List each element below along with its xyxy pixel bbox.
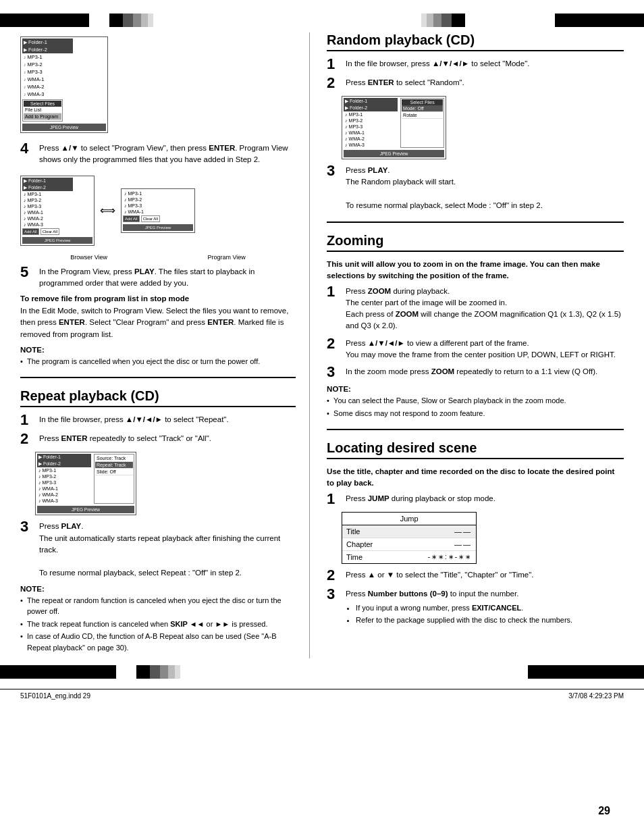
browser-view-label: Browser View — [70, 254, 107, 261]
footer-left: 51F0101A_eng.indd 29 — [20, 692, 90, 700]
view-arrow: ⟺ — [100, 204, 115, 217]
random-step-1: 1 In the file browser, press ▲/▼/◄/► to … — [327, 58, 624, 72]
select-files-label: Select Files — [24, 101, 61, 107]
random-screen: ▶ Folder-1 ▶ Folder-2 ♪ MP3-1 ♪ MP3-2 ♪ … — [342, 96, 446, 159]
note-1: NOTE: The program is cancelled when you … — [20, 346, 296, 367]
page-number: 29 — [598, 805, 610, 817]
step-4: 4 Press ▲/▼ to select "Program View", th… — [20, 142, 296, 166]
program-screen-top: ▶ Folder-1 ▶ Folder-2 ♪ MP3-1 ♪ MP3-2 ♪ … — [20, 36, 108, 133]
locating-section-title: Locating desired scene — [327, 440, 624, 459]
add-to-program-item: Add to Program — [24, 113, 61, 120]
zooming-divider — [327, 221, 624, 223]
jpeg-preview-label: JPEG Preview — [22, 124, 106, 131]
zooming-step-1: 1 Press ZOOM during playback. The center… — [327, 286, 624, 332]
footer: 51F0101A_eng.indd 29 3/7/08 4:29:23 PM — [0, 689, 644, 702]
repeat-screen: ▶ Folder-1 ▶ Folder-2 ♪ MP3-1 ♪ MP3-2 ♪ … — [35, 452, 136, 515]
jump-row-title: Title —— — [342, 525, 476, 538]
jump-table: Jump Title —— Chapter —— Time -∗∗:∗-∗∗ — [342, 512, 477, 564]
repeat-step-1: 1 In the file browser, press ▲/▼/◄/► to … — [20, 414, 296, 427]
repeat-section-title: Repeat playback (CD) — [20, 388, 296, 407]
locating-step-2: 2 Press ▲ or ▼ to select the "Title", "C… — [327, 569, 624, 583]
footer-right: 3/7/08 4:29:23 PM — [568, 692, 624, 700]
locating-divider — [327, 429, 624, 430]
zooming-step-3: 3 In the zoom mode press ZOOM repeatedly… — [327, 366, 624, 380]
repeat-step-2: 2 Press ENTER repeatedly to select "Trac… — [20, 433, 296, 446]
zooming-step-2: 2 Press ▲/▼/◄/► to view a different part… — [327, 338, 624, 361]
zooming-intro: This unit will allow you to zoom in on t… — [327, 259, 624, 282]
jump-table-title: Jump — [342, 513, 476, 525]
browser-view-screen: ▶ Folder-1 ▶ Folder-2 ♪ MP3-1 ♪ MP3-2 ♪ … — [20, 176, 95, 246]
repeat-step-3: 3 Press PLAY. The unit automatically sta… — [20, 521, 296, 579]
random-section-title: Random playback (CD) — [327, 32, 624, 51]
jump-row-time: Time -∗∗:∗-∗∗ — [342, 551, 476, 563]
locating-intro: Use the title, chapter and time recorded… — [327, 466, 624, 490]
right-column: Random playback (CD) 1 In the file brows… — [310, 32, 624, 658]
random-step-3: 3 Press PLAY. The Random playback will s… — [327, 165, 624, 211]
dual-screens: ▶ Folder-1 ▶ Folder-2 ♪ MP3-1 ♪ MP3-2 ♪ … — [20, 172, 296, 250]
left-column: ▶ Folder-1 ▶ Folder-2 ♪ MP3-1 ♪ MP3-2 ♪ … — [20, 32, 310, 658]
locating-step-3: 3 Press Number buttons (0–9) to input th… — [327, 588, 624, 629]
zooming-note: NOTE: You can select the Pause, Slow or … — [327, 385, 624, 419]
zooming-section-title: Zooming — [327, 233, 624, 252]
remove-text: In the Edit Mode, switch to Program View… — [20, 305, 296, 340]
repeat-divider — [20, 377, 296, 378]
program-view-screen: ♪ MP3-1 ♪ MP3-2 ♪ MP3-3 ♪ WMA-1 Add All … — [121, 188, 195, 233]
jump-row-chapter: Chapter —— — [342, 538, 476, 551]
program-view-label: Program View — [208, 254, 246, 261]
note-2: NOTE: The repeat or random function is c… — [20, 585, 296, 654]
remove-heading: To remove file from program list in stop… — [20, 294, 296, 303]
view-labels: Browser View Program View — [20, 254, 296, 261]
step-5: 5 In the Program View, press PLAY. The f… — [20, 266, 296, 290]
locating-step-1: 1 Press JUMP during playback or stop mod… — [327, 493, 624, 506]
random-step-2: 2 Press ENTER to select "Random". — [327, 77, 624, 90]
